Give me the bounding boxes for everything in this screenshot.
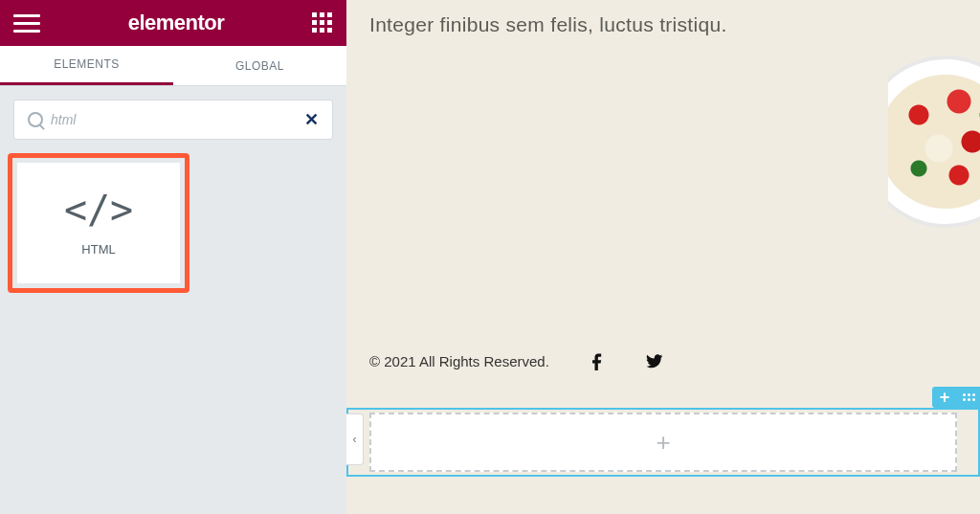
widget-results: </> HTML (0, 153, 346, 293)
page-heading-text: Integer finibus sem felis, luctus tristi… (369, 13, 727, 36)
panel-header: elementor (0, 0, 346, 46)
search-icon (28, 112, 43, 127)
preview-canvas: Integer finibus sem felis, luctus tristi… (346, 0, 980, 514)
hamburger-menu-icon[interactable] (13, 10, 40, 36)
widget-highlight-border: </> HTML (8, 153, 189, 293)
search-wrap: ✕ (0, 86, 346, 153)
search-field[interactable]: ✕ (13, 100, 333, 140)
panel-tabs: ELEMENTS GLOBAL (0, 46, 346, 86)
hero-image (888, 17, 980, 352)
clear-search-icon[interactable]: ✕ (304, 109, 319, 130)
brand-logo: elementor (40, 11, 312, 35)
twitter-icon[interactable] (645, 351, 664, 370)
search-input[interactable] (51, 112, 304, 127)
widget-html[interactable]: </> HTML (17, 163, 180, 283)
footer-row: © 2021 All Rights Reserved. (369, 351, 664, 370)
facebook-icon[interactable] (588, 351, 607, 370)
add-section-button[interactable]: + (932, 387, 957, 408)
plus-icon: + (656, 428, 670, 458)
section-drag-handle-icon[interactable] (957, 387, 980, 408)
apps-grid-icon[interactable] (312, 12, 333, 34)
tab-global[interactable]: GLOBAL (173, 46, 346, 85)
widget-label: HTML (81, 242, 115, 257)
copyright-text: © 2021 All Rights Reserved. (369, 353, 549, 369)
code-icon: </> (64, 190, 133, 229)
editor-panel: elementor ELEMENTS GLOBAL ✕ </> HTML (0, 0, 346, 514)
drop-widget-area[interactable]: + (369, 413, 957, 472)
tab-elements[interactable]: ELEMENTS (0, 46, 173, 85)
collapse-panel-button[interactable]: ‹ (346, 413, 364, 465)
section-action-bar: + (932, 387, 980, 408)
